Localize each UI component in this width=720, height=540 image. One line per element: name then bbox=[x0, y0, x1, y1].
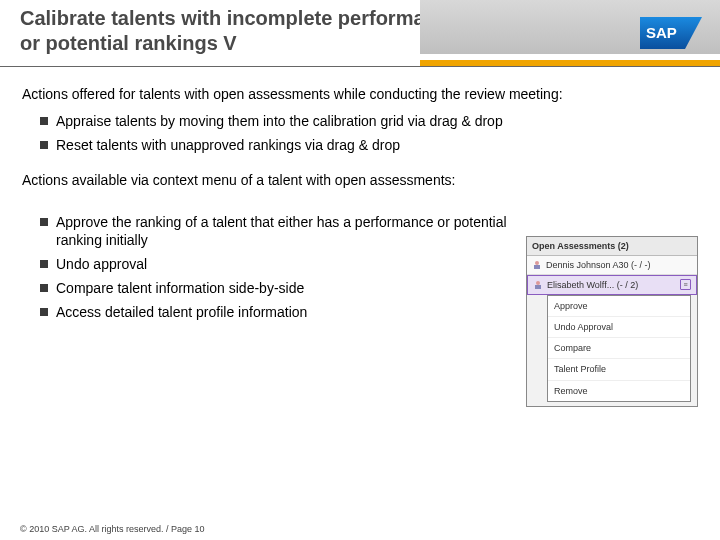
menu-talent-profile[interactable]: Talent Profile bbox=[548, 359, 690, 380]
section1-intro: Actions offered for talents with open as… bbox=[22, 85, 698, 104]
menu-undo-approval[interactable]: Undo Approval bbox=[548, 317, 690, 338]
person-icon bbox=[533, 280, 543, 290]
section2-wrap: Approve the ranking of a talent that eit… bbox=[22, 208, 698, 407]
talent-row[interactable]: Dennis Johnson A30 (- / -) bbox=[527, 256, 697, 275]
slide-header: SAP Calibrate talents with incomplete pe… bbox=[0, 0, 720, 67]
list-item: Reset talents with unapproved rankings v… bbox=[40, 136, 698, 155]
svg-text:SAP: SAP bbox=[646, 24, 677, 41]
footer-text: © 2010 SAP AG. All rights reserved. / Pa… bbox=[20, 524, 205, 534]
talent-name: Dennis Johnson A30 (- / -) bbox=[546, 259, 651, 271]
context-menu: Approve Undo Approval Compare Talent Pro… bbox=[547, 295, 691, 402]
menu-compare[interactable]: Compare bbox=[548, 338, 690, 359]
section1-list: Appraise talents by moving them into the… bbox=[22, 112, 698, 155]
person-icon bbox=[532, 260, 542, 270]
panel-title: Open Assessments (2) bbox=[527, 237, 697, 256]
section2-text: Approve the ranking of a talent that eit… bbox=[22, 208, 516, 338]
svg-point-4 bbox=[536, 281, 540, 285]
embedded-screenshot: Open Assessments (2) Dennis Johnson A30 … bbox=[526, 236, 698, 407]
menu-approve[interactable]: Approve bbox=[548, 296, 690, 317]
list-item: Access detailed talent profile informati… bbox=[40, 303, 516, 322]
svg-point-2 bbox=[535, 261, 539, 265]
content-area: Actions offered for talents with open as… bbox=[0, 67, 720, 407]
details-icon[interactable]: ≡ bbox=[680, 279, 691, 290]
list-item: Compare talent information side-by-side bbox=[40, 279, 516, 298]
section2-intro: Actions available via context menu of a … bbox=[22, 171, 698, 190]
list-item: Approve the ranking of a talent that eit… bbox=[40, 213, 516, 251]
svg-rect-3 bbox=[534, 265, 540, 269]
section2-list: Approve the ranking of a talent that eit… bbox=[22, 213, 516, 322]
talent-name: Elisabeth Wolff... (- / 2) bbox=[547, 279, 638, 291]
menu-remove[interactable]: Remove bbox=[548, 381, 690, 401]
sap-logo: SAP bbox=[640, 17, 702, 49]
gold-bar bbox=[420, 60, 720, 66]
talent-row-selected[interactable]: Elisabeth Wolff... (- / 2) ≡ bbox=[527, 275, 697, 295]
list-item: Appraise talents by moving them into the… bbox=[40, 112, 698, 131]
svg-rect-5 bbox=[535, 285, 541, 289]
list-item: Undo approval bbox=[40, 255, 516, 274]
